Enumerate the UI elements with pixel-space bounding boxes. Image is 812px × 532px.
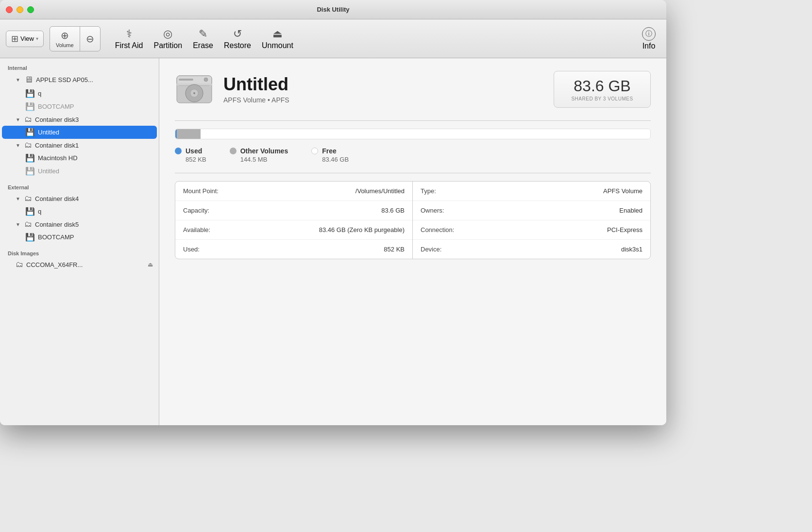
volume-size-box: 83.6 GB SHARED BY 3 VOLUMES — [554, 71, 651, 108]
divider-1 — [175, 120, 651, 121]
disk-images-header: Disk Images — [0, 248, 159, 258]
svg-rect-6 — [179, 79, 193, 81]
svg-point-5 — [193, 92, 195, 94]
info-key: Mount Point: — [183, 187, 219, 195]
sidebar-item-label: APPLE SSD AP05... — [36, 76, 153, 83]
sidebar-item-container-disk1[interactable]: ▼ 🗂 Container disk1 — [2, 139, 157, 151]
volume-label: Volume — [56, 42, 74, 48]
disk-icon: 🗂 — [24, 220, 32, 229]
info-row: Connection:PCI-Express — [413, 220, 650, 240]
free-value: 83.46 GB — [322, 156, 349, 163]
info-row: Mount Point:/Volumes/Untitled — [175, 182, 412, 201]
disclosure-icon: ▼ — [16, 117, 21, 122]
erase-label: Erase — [193, 41, 213, 50]
sidebar-item-container-disk4[interactable]: ▼ 🗂 Container disk4 — [2, 192, 157, 205]
disclosure-icon: ▼ — [16, 77, 21, 83]
volume-button-group[interactable]: ⊕ Volume ⊖ — [50, 26, 101, 51]
used-dot — [175, 148, 182, 154]
info-column-right: Type:APFS VolumeOwners:EnabledConnection… — [413, 182, 650, 259]
sidebar-item-label: BOOTCAMP — [38, 103, 153, 110]
sidebar-item-apple-ssd[interactable]: ▼ 🖥 APPLE SSD AP05... — [2, 73, 157, 87]
toolbar-actions: ⚕ First Aid ◎ Partition ✎ Erase ↺ Restor… — [110, 25, 298, 53]
erase-button[interactable]: ✎ Erase — [188, 25, 218, 53]
volume-icon: 💾 — [25, 207, 35, 216]
unmount-icon: ⏏ — [272, 28, 283, 40]
info-key: Connection: — [421, 226, 454, 233]
sidebar-item-cccoma[interactable]: 🗂 CCCOMA_X64FR... ⏏ — [2, 258, 157, 271]
partition-button[interactable]: ◎ Partition — [149, 25, 187, 53]
window-title: Disk Utility — [317, 6, 349, 13]
internal-header: Internal — [0, 62, 159, 73]
partition-icon: ◎ — [163, 28, 172, 40]
other-segment — [177, 129, 201, 139]
restore-button[interactable]: ↺ Restore — [219, 25, 256, 53]
sidebar-item-label: Untitled — [38, 167, 153, 175]
dmg-icon: 🗂 — [16, 260, 23, 269]
disk-icon: 🖥 — [24, 75, 33, 85]
window-controls — [6, 6, 34, 13]
view-button[interactable]: ⊞ View ▾ — [6, 31, 44, 47]
info-value: 83.46 GB (Zero KB purgeable) — [319, 226, 405, 233]
info-row: Capacity:83.6 GB — [175, 201, 412, 220]
first-aid-button[interactable]: ⚕ First Aid — [110, 25, 148, 53]
restore-label: Restore — [224, 41, 251, 50]
divider-2 — [175, 173, 651, 173]
volume-icon: 💾 — [25, 233, 35, 242]
disclosure-icon: ▼ — [16, 222, 21, 227]
disclosure-icon: ▼ — [16, 143, 21, 148]
maximize-button[interactable] — [27, 6, 34, 13]
minimize-button[interactable] — [17, 6, 23, 13]
info-button[interactable]: ⓘ Info — [637, 24, 660, 53]
external-header: External — [0, 182, 159, 192]
close-button[interactable] — [6, 6, 13, 13]
volume-icon: 💾 — [25, 102, 35, 111]
volume-subtitle: APFS Volume • APFS — [223, 96, 554, 104]
info-key: Available: — [183, 226, 210, 233]
sidebar: Internal ▼ 🖥 APPLE SSD AP05... 💾 q 💾 BOO… — [0, 58, 159, 425]
sidebar-item-q-external[interactable]: 💾 q — [2, 205, 157, 218]
info-column-left: Mount Point:/Volumes/UntitledCapacity:83… — [175, 182, 413, 259]
info-value: Enabled — [619, 207, 643, 214]
usage-bar-inner — [175, 129, 650, 139]
main-layout: Internal ▼ 🖥 APPLE SSD AP05... 💾 q 💾 BOO… — [0, 58, 666, 425]
volume-size-number: 83.6 GB — [566, 77, 639, 95]
usage-bar — [175, 129, 651, 139]
volume-icon: 💾 — [25, 153, 35, 163]
sidebar-item-label: Container disk1 — [35, 142, 153, 149]
info-key: Type: — [421, 187, 436, 195]
remove-volume-button[interactable]: ⊖ — [80, 30, 100, 48]
disk-icon: 🗂 — [24, 141, 32, 150]
info-value: APFS Volume — [603, 187, 643, 195]
disclosure-icon: ▼ — [16, 196, 21, 201]
sidebar-item-untitled-disk1[interactable]: 💾 Untitled — [2, 165, 157, 178]
sidebar-item-bootcamp-external[interactable]: 💾 BOOTCAMP — [2, 231, 157, 244]
info-value: PCI-Express — [607, 226, 643, 233]
unmount-button[interactable]: ⏏ Unmount — [257, 25, 298, 53]
eject-icon[interactable]: ⏏ — [148, 261, 153, 268]
view-icon: ⊞ — [11, 33, 18, 44]
first-aid-icon: ⚕ — [126, 28, 132, 40]
info-table: Mount Point:/Volumes/UntitledCapacity:83… — [175, 181, 651, 259]
info-row: Available:83.46 GB (Zero KB purgeable) — [175, 220, 412, 240]
free-segment — [201, 129, 650, 139]
volume-icon: 💾 — [25, 128, 35, 137]
info-row: Device:disk3s1 — [413, 240, 650, 259]
sidebar-item-macintosh-hd[interactable]: 💾 Macintosh HD — [2, 151, 157, 165]
volume-name: Untitled — [223, 75, 554, 94]
sidebar-item-q-internal[interactable]: 💾 q — [2, 87, 157, 100]
sidebar-item-label: Container disk5 — [35, 221, 153, 228]
sidebar-item-container-disk5[interactable]: ▼ 🗂 Container disk5 — [2, 218, 157, 231]
info-key: Used: — [183, 246, 200, 253]
legend-other: Other Volumes 144.5 MB — [230, 147, 288, 163]
volume-title-group: Untitled APFS Volume • APFS — [223, 75, 554, 104]
info-value: 852 KB — [384, 246, 405, 253]
erase-icon: ✎ — [199, 28, 207, 40]
sidebar-item-untitled-selected[interactable]: 💾 Untitled — [2, 126, 157, 139]
sidebar-item-bootcamp-internal[interactable]: 💾 BOOTCAMP — [2, 100, 157, 113]
sidebar-item-container-disk3[interactable]: ▼ 🗂 Container disk3 — [2, 113, 157, 126]
info-icon: ⓘ — [642, 27, 656, 41]
info-value: 83.6 GB — [381, 207, 405, 214]
svg-point-7 — [204, 78, 208, 82]
add-volume-button[interactable]: ⊕ Volume — [50, 27, 80, 51]
sidebar-item-label: Container disk3 — [35, 116, 153, 123]
